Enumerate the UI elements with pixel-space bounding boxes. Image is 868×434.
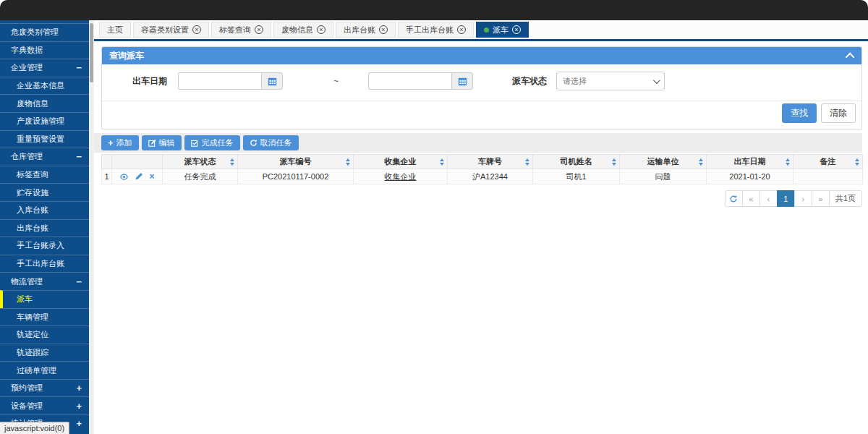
page-first-button[interactable]: « [742, 190, 760, 207]
page-last-button[interactable]: » [812, 190, 830, 207]
date-to-input[interactable] [368, 72, 451, 90]
calendar-icon[interactable] [451, 72, 473, 90]
cell-collect-company[interactable]: 收集企业 [354, 169, 448, 184]
view-icon[interactable] [119, 172, 129, 182]
sort-icon[interactable] [855, 158, 859, 166]
sidebar-scrollbar[interactable] [89, 20, 94, 434]
edit-row-icon[interactable] [135, 172, 143, 181]
sidebar-scrollbar-thumb[interactable] [90, 23, 93, 82]
col-label: 备注 [820, 157, 836, 166]
sort-icon[interactable] [230, 158, 234, 166]
sidebar-item-weighbridge-mgmt[interactable]: 过磅单管理 [0, 361, 89, 379]
col-dispatch-number[interactable]: 派车编号 [238, 155, 354, 169]
sidebar-item-track-trace[interactable]: 轨迹跟踪 [0, 344, 89, 362]
sidebar-item-hazwaste-category[interactable]: 危废类别管理 [0, 23, 89, 41]
sidebar-item-label: 轨迹跟踪 [17, 347, 48, 358]
sidebar-item-enterprise-info[interactable]: 企业基本信息 [0, 77, 89, 95]
sidebar-item-manual-outbound-ledger[interactable]: 手工出库台账 [0, 255, 89, 273]
sidebar-item-device-mgmt[interactable]: 设备管理+ [0, 396, 89, 414]
expand-toggle-icon[interactable]: + [76, 383, 82, 393]
date-from-input[interactable] [178, 72, 261, 90]
status-select[interactable]: 请选择 [556, 72, 665, 90]
col-depart-date[interactable]: 出车日期 [707, 155, 793, 169]
tab-label: 标签查询 [219, 25, 251, 35]
close-tab-icon[interactable]: × [317, 25, 326, 34]
tab-manual-outbound-ledger[interactable]: 手工出库台账× [398, 22, 474, 38]
col-remark[interactable]: 备注 [793, 155, 863, 169]
cell-rownum: 1 [102, 169, 112, 184]
complete-task-button[interactable]: 完成任务 [184, 135, 240, 150]
collapse-toggle-icon[interactable]: − [76, 152, 82, 161]
calendar-icon[interactable] [261, 72, 283, 90]
query-panel-header[interactable]: 查询派车 [102, 47, 861, 64]
sidebar-item-storage-facility[interactable]: 贮存设施 [0, 183, 89, 201]
sort-icon[interactable] [525, 158, 529, 166]
col-transport-unit[interactable]: 运输单位 [620, 155, 707, 169]
refresh-icon[interactable] [725, 190, 743, 207]
col-driver-name[interactable]: 司机姓名 [533, 155, 620, 169]
tab-label: 出库台账 [344, 25, 375, 35]
page-total-label: 共1页 [829, 190, 862, 207]
close-tab-icon[interactable]: × [192, 25, 201, 34]
sidebar-item-label: 派车 [17, 294, 33, 305]
close-tab-icon[interactable]: × [457, 25, 466, 34]
date-range-separator: ~ [333, 72, 339, 90]
sort-icon[interactable] [440, 158, 444, 166]
sidebar-item-dictionary[interactable]: 字典数据 [0, 41, 89, 59]
sidebar-item-label: 产废设施管理 [17, 116, 64, 127]
sidebar-item-warehouse-mgmt[interactable]: 仓库管理− [0, 148, 89, 166]
sidebar-item-enterprise-mgmt[interactable]: 企业管理− [0, 59, 89, 77]
main-content: 主页 容器类别设置× 标签查询× 废物信息× 出库台账× 手工出库台账× 派车×… [94, 20, 868, 434]
sidebar-item-outbound-ledger[interactable]: 出库台账 [0, 219, 89, 237]
sort-icon[interactable] [699, 158, 703, 166]
sidebar-item-track-position[interactable]: 轨迹定位 [0, 326, 89, 344]
page-number-button[interactable]: 1 [777, 190, 795, 207]
tab-container-category[interactable]: 容器类别设置× [133, 22, 209, 38]
search-button[interactable]: 查找 [782, 103, 817, 123]
sort-icon[interactable] [786, 158, 790, 166]
tab-label-query[interactable]: 标签查询× [211, 22, 271, 38]
collapse-chevron-icon[interactable] [846, 52, 855, 61]
edit-button[interactable]: 编辑 [142, 135, 182, 150]
sidebar-item-appointment-mgmt[interactable]: 预约管理+ [0, 379, 89, 397]
sort-icon[interactable] [612, 158, 616, 166]
sidebar-item-logistics-mgmt[interactable]: 物流管理− [0, 272, 89, 290]
sidebar-item-manual-ledger-entry[interactable]: 手工台账录入 [0, 237, 89, 255]
tab-dispatch[interactable]: 派车× [476, 22, 529, 38]
sidebar-item-label: 危废类别管理 [11, 27, 59, 38]
clear-button[interactable]: 清除 [821, 103, 856, 123]
col-collect-company[interactable]: 收集企业 [354, 155, 448, 169]
col-dispatch-status[interactable]: 派车状态 [163, 155, 238, 169]
page-next-button[interactable]: › [794, 190, 812, 207]
sort-icon[interactable] [346, 158, 350, 166]
sidebar-item-label-query[interactable]: 标签查询 [0, 166, 89, 184]
collapse-toggle-icon[interactable]: − [76, 277, 82, 286]
col-actions [112, 155, 163, 169]
page-prev-button[interactable]: ‹ [760, 190, 778, 207]
table-row[interactable]: 1 × 任务完成 PC20210117-0002 [102, 169, 863, 184]
col-plate-number[interactable]: 车牌号 [448, 155, 533, 169]
expand-toggle-icon[interactable]: + [76, 401, 82, 411]
tab-outbound-ledger[interactable]: 出库台账× [336, 22, 396, 38]
close-tab-icon[interactable]: × [512, 25, 521, 34]
tab-home[interactable]: 主页 [99, 22, 131, 38]
close-tab-icon[interactable]: × [255, 25, 263, 34]
close-tab-icon[interactable]: × [379, 25, 388, 34]
sidebar-item-label: 贮存设施 [17, 187, 48, 198]
tab-waste-info[interactable]: 废物信息× [273, 22, 333, 38]
sidebar-item-weight-warning[interactable]: 重量预警设置 [0, 130, 89, 148]
collapse-toggle-icon[interactable]: − [76, 63, 82, 72]
delete-row-icon[interactable]: × [149, 172, 154, 181]
cancel-task-button[interactable]: 取消任务 [243, 135, 299, 150]
sidebar-item-inbound-ledger[interactable]: 入库台账 [0, 201, 89, 219]
edit-icon [148, 139, 156, 147]
col-label: 派车状态 [184, 157, 216, 166]
tab-bar: 主页 容器类别设置× 标签查询× 废物信息× 出库台账× 手工出库台账× 派车× [94, 20, 868, 39]
sidebar-item-dispatch[interactable]: 派车 [0, 290, 89, 308]
expand-toggle-icon[interactable]: + [76, 419, 82, 428]
sidebar-item-label: 手工出库台账 [17, 258, 64, 269]
sidebar-item-facility-mgmt[interactable]: 产废设施管理 [0, 112, 89, 130]
sidebar-item-waste-info[interactable]: 废物信息 [0, 94, 89, 112]
add-button[interactable]: + 添加 [101, 135, 139, 150]
sidebar-item-vehicle-mgmt[interactable]: 车辆管理 [0, 308, 89, 326]
